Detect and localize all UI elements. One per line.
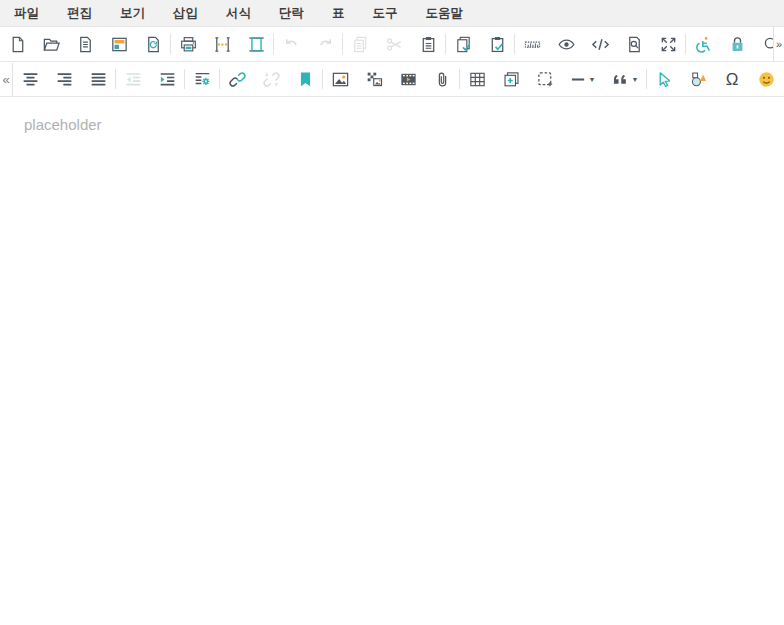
menu-paragraph[interactable]: 단락 — [265, 0, 318, 26]
chevron-right-overflow-icon: » — [776, 38, 782, 50]
find-replace-button[interactable] — [617, 29, 651, 59]
paragraph-settings-gear-icon — [193, 70, 212, 89]
select-pointer-button[interactable] — [647, 64, 681, 94]
align-center-icon — [21, 70, 40, 89]
new-document-icon — [8, 35, 27, 54]
table-icon — [468, 70, 487, 89]
indent-icon — [158, 70, 177, 89]
paperclip-icon — [433, 70, 452, 89]
insert-layer-button[interactable] — [494, 64, 528, 94]
template-button[interactable] — [102, 29, 136, 59]
chevron-left-collapse-icon: « — [2, 72, 9, 87]
menu-tools[interactable]: 도구 — [359, 0, 412, 26]
smiley-icon — [757, 70, 776, 89]
lock-icon — [728, 35, 747, 54]
print-icon — [179, 35, 198, 54]
chevron-down-icon: ▼ — [589, 76, 596, 83]
indent-button[interactable] — [150, 64, 184, 94]
new-document-button[interactable] — [0, 29, 34, 59]
link-icon — [228, 70, 247, 89]
align-right-button[interactable] — [47, 64, 81, 94]
menu-help[interactable]: 도움말 — [412, 0, 478, 26]
attach-file-button[interactable] — [425, 64, 459, 94]
accessibility-check-button[interactable] — [686, 29, 720, 59]
document-text-button[interactable] — [68, 29, 102, 59]
ruler-button[interactable] — [515, 29, 549, 59]
menu-bar: 파일 편집 보기 삽입 서식 단락 표 도구 도움말 — [0, 0, 784, 27]
horizontal-line-button[interactable]: ▼ — [562, 64, 604, 94]
editor-placeholder: placeholder — [24, 116, 760, 135]
menu-edit[interactable]: 편집 — [53, 0, 106, 26]
justify-button[interactable] — [81, 64, 115, 94]
template-icon — [110, 35, 129, 54]
open-document-button[interactable] — [34, 29, 68, 59]
chevron-down-icon: ▼ — [632, 76, 639, 83]
outdent-button[interactable] — [116, 64, 150, 94]
code-icon — [591, 35, 610, 54]
menu-file[interactable]: 파일 — [0, 0, 53, 26]
document-history-button[interactable] — [136, 29, 170, 59]
add-layer-icon — [502, 70, 521, 89]
horizontal-line-icon — [571, 70, 586, 89]
selection-area-icon — [536, 70, 555, 89]
paste-as-text-button[interactable] — [480, 29, 514, 59]
clipboard-icon — [419, 35, 438, 54]
paste-button[interactable] — [411, 29, 445, 59]
menu-format[interactable]: 서식 — [212, 0, 265, 26]
cut-button[interactable] — [377, 29, 411, 59]
insert-table-button[interactable] — [460, 64, 494, 94]
bookmark-button[interactable] — [288, 64, 322, 94]
insert-image-button[interactable] — [323, 64, 357, 94]
paste-as-text-icon — [488, 35, 507, 54]
omega-icon: Ω — [726, 71, 739, 88]
toolbar-row-2: « — [0, 62, 784, 97]
undo-button[interactable] — [274, 29, 308, 59]
accessibility-icon — [694, 35, 713, 54]
emoticon-button[interactable] — [749, 64, 783, 94]
insert-photo-gallery-button[interactable] — [357, 64, 391, 94]
print-button[interactable] — [171, 29, 205, 59]
eye-icon — [557, 35, 576, 54]
toolbar-overflow-button[interactable]: » — [773, 27, 784, 61]
justify-icon — [89, 70, 108, 89]
insert-video-button[interactable] — [391, 64, 425, 94]
page-layout-icon — [247, 35, 266, 54]
page-width-button[interactable] — [205, 29, 239, 59]
menu-table[interactable]: 표 — [318, 0, 359, 26]
code-view-button[interactable] — [583, 29, 617, 59]
pointer-cursor-icon — [655, 70, 674, 89]
scissors-icon — [385, 35, 404, 54]
preview-button[interactable] — [549, 29, 583, 59]
insert-shape-button[interactable] — [681, 64, 715, 94]
photo-gallery-icon — [365, 70, 384, 89]
align-center-button[interactable] — [13, 64, 47, 94]
insert-link-button[interactable] — [220, 64, 254, 94]
ruler-icon — [523, 35, 542, 54]
toolbar-row-1: » — [0, 27, 784, 62]
paste-with-format-button[interactable] — [446, 29, 480, 59]
copy-icon — [351, 35, 370, 54]
video-icon — [399, 70, 418, 89]
permission-lock-button[interactable] — [720, 29, 754, 59]
editor-content-area[interactable]: placeholder — [0, 97, 784, 625]
undo-icon — [282, 35, 301, 54]
menu-view[interactable]: 보기 — [106, 0, 159, 26]
shapes-icon — [689, 70, 708, 89]
remove-link-button[interactable] — [254, 64, 288, 94]
document-history-icon — [144, 35, 163, 54]
image-icon — [331, 70, 350, 89]
copy-button[interactable] — [343, 29, 377, 59]
special-character-button[interactable]: Ω — [715, 64, 749, 94]
block-quote-button[interactable]: ▼ — [604, 64, 646, 94]
page-layout-button[interactable] — [239, 29, 273, 59]
toolbar-collapse-button[interactable]: « — [0, 62, 12, 96]
bookmark-icon — [296, 70, 315, 89]
fullscreen-button[interactable] — [651, 29, 685, 59]
redo-button[interactable] — [308, 29, 342, 59]
outdent-icon — [124, 70, 143, 89]
selection-area-button[interactable] — [528, 64, 562, 94]
paste-with-format-icon — [454, 35, 473, 54]
redo-icon — [316, 35, 335, 54]
paragraph-settings-button[interactable] — [185, 64, 219, 94]
menu-insert[interactable]: 삽입 — [159, 0, 212, 26]
